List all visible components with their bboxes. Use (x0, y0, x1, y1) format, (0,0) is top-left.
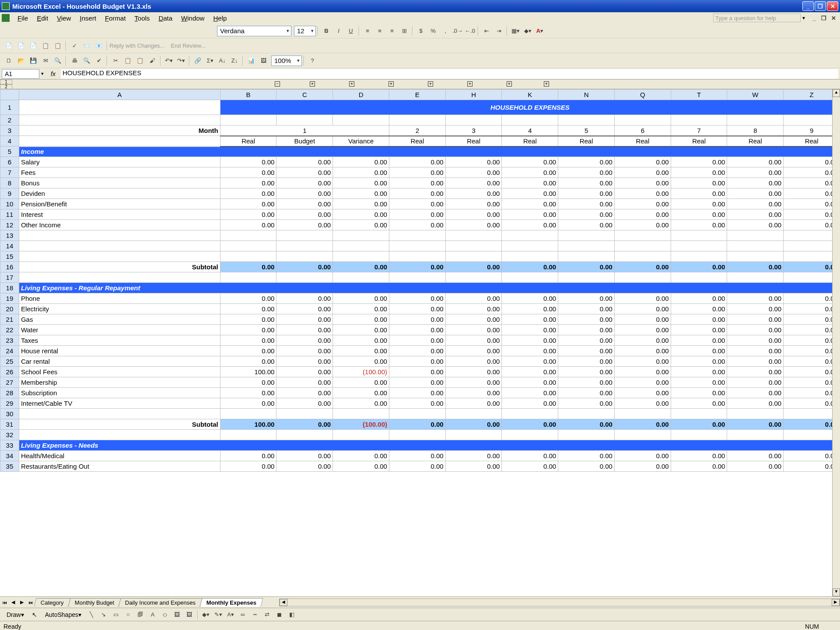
cell[interactable] (333, 272, 389, 283)
help-button[interactable]: ? (307, 56, 318, 66)
cell[interactable]: Real (727, 136, 784, 146)
column-header[interactable]: W (727, 90, 784, 100)
cell[interactable] (784, 430, 840, 440)
increase-indent-button[interactable]: ⇥ (494, 26, 504, 36)
cell[interactable] (19, 251, 220, 262)
cell[interactable]: 0.00 (671, 451, 727, 461)
sheet-tab[interactable]: Monthly Expenses (200, 598, 263, 607)
cell[interactable]: 0.00 (276, 262, 333, 272)
cell[interactable] (502, 251, 558, 262)
cell[interactable]: 0.00 (558, 346, 615, 356)
cell[interactable]: 9 (784, 125, 840, 136)
cell[interactable] (614, 272, 671, 283)
decrease-indent-button[interactable]: ⇤ (481, 26, 492, 36)
cell[interactable]: 0.00 (220, 157, 276, 167)
print-button[interactable]: 🖶 (69, 56, 80, 66)
cell[interactable]: 0.00 (558, 356, 615, 367)
cell[interactable]: Salary (19, 157, 220, 167)
borders-button[interactable]: ▦▾ (510, 26, 521, 36)
cell[interactable] (671, 430, 727, 440)
font-color-draw-icon[interactable]: A▾ (225, 609, 236, 620)
cell[interactable]: 0.00 (727, 367, 784, 377)
doc-restore-button[interactable]: ❐ (820, 15, 827, 21)
cell[interactable]: 0.00 (727, 209, 784, 220)
cell[interactable]: 0.00 (727, 356, 784, 367)
cell[interactable]: 0.00 (614, 398, 671, 409)
cell[interactable]: 0.00 (614, 314, 671, 325)
cell[interactable] (614, 409, 671, 419)
cell[interactable]: 0.00 (727, 419, 784, 430)
cell[interactable]: 0.00 (333, 377, 389, 388)
row-header[interactable]: 33 (0, 440, 19, 451)
cell[interactable]: 100.00 (220, 419, 276, 430)
email-button[interactable]: ✉ (40, 56, 51, 66)
column-header[interactable]: N (558, 90, 615, 100)
cell[interactable]: 0.00 (784, 293, 840, 304)
row-header[interactable]: 23 (0, 335, 19, 346)
cell[interactable]: 7 (671, 125, 727, 136)
cell[interactable]: 0.00 (727, 262, 784, 272)
cell[interactable]: School Fees (19, 367, 220, 377)
cell[interactable]: 5 (558, 125, 615, 136)
cell[interactable] (445, 241, 502, 251)
ask-question-box[interactable]: Type a question for help (713, 14, 801, 22)
cell[interactable]: 0.00 (727, 461, 784, 472)
cell[interactable]: 0.00 (389, 346, 445, 356)
cell[interactable] (558, 251, 615, 262)
cell[interactable]: 0.00 (333, 209, 389, 220)
cell[interactable] (727, 409, 784, 419)
cell[interactable]: 0.00 (276, 178, 333, 188)
zoom-combo[interactable]: 100% (271, 56, 302, 66)
cell[interactable]: 0.00 (276, 157, 333, 167)
cell[interactable]: 0.00 (220, 346, 276, 356)
dash-style-icon[interactable]: ┅ (250, 609, 260, 620)
cell[interactable]: 0.00 (614, 262, 671, 272)
cell[interactable]: 0.00 (389, 325, 445, 335)
font-color-button[interactable]: A▾ (535, 26, 545, 36)
cell[interactable]: 0.00 (220, 461, 276, 472)
cell[interactable] (502, 115, 558, 125)
column-header[interactable]: E (389, 90, 445, 100)
cell[interactable]: Month (19, 125, 220, 136)
cell[interactable]: 0.00 (558, 367, 615, 377)
cell[interactable]: 0.00 (333, 398, 389, 409)
cell[interactable]: Bonus (19, 178, 220, 188)
tab-first-button[interactable]: ⏮ (0, 599, 8, 606)
cell[interactable] (671, 409, 727, 419)
cell[interactable]: 0.00 (671, 461, 727, 472)
fill-color-draw-icon[interactable]: ◆▾ (201, 609, 211, 620)
cell[interactable]: 0.00 (389, 451, 445, 461)
cell[interactable]: 0.00 (558, 398, 615, 409)
outline-expand-icon[interactable]: + (428, 81, 433, 87)
cell[interactable]: 0.00 (614, 220, 671, 230)
cell[interactable] (276, 409, 333, 419)
cell[interactable]: 0.00 (276, 367, 333, 377)
cell[interactable] (19, 409, 220, 419)
fx-icon[interactable]: fx (51, 70, 56, 77)
cell[interactable]: 0.00 (671, 346, 727, 356)
cell[interactable]: 0.00 (445, 220, 502, 230)
workbook-icon[interactable] (2, 14, 10, 22)
cell[interactable]: 0.00 (445, 451, 502, 461)
row-header[interactable]: 11 (0, 209, 19, 220)
cell[interactable]: 0.00 (445, 461, 502, 472)
cell[interactable]: 0.00 (502, 188, 558, 199)
cell[interactable]: 0.00 (502, 335, 558, 346)
cell[interactable]: 0.00 (220, 167, 276, 178)
cell[interactable]: 0.00 (333, 293, 389, 304)
italic-button[interactable]: I (333, 26, 344, 36)
font-combo[interactable]: Verdana (217, 26, 291, 36)
sheet-tab[interactable]: Monthly Budget (68, 598, 121, 607)
tab-last-button[interactable]: ⏭ (27, 599, 35, 606)
drawing-button[interactable]: 🖼 (258, 56, 269, 66)
cell[interactable]: 0.00 (389, 157, 445, 167)
fill-color-button[interactable]: ◆▾ (522, 26, 533, 36)
outline-expand-icon[interactable]: + (507, 81, 512, 87)
cell[interactable]: 0.00 (727, 314, 784, 325)
cell[interactable]: 0.00 (220, 262, 276, 272)
cell[interactable]: 0.00 (502, 419, 558, 430)
cell[interactable]: 0.00 (727, 388, 784, 398)
cell[interactable]: 0.00 (558, 209, 615, 220)
cell[interactable]: 0.00 (276, 451, 333, 461)
cell[interactable]: Subtotal (19, 419, 220, 430)
